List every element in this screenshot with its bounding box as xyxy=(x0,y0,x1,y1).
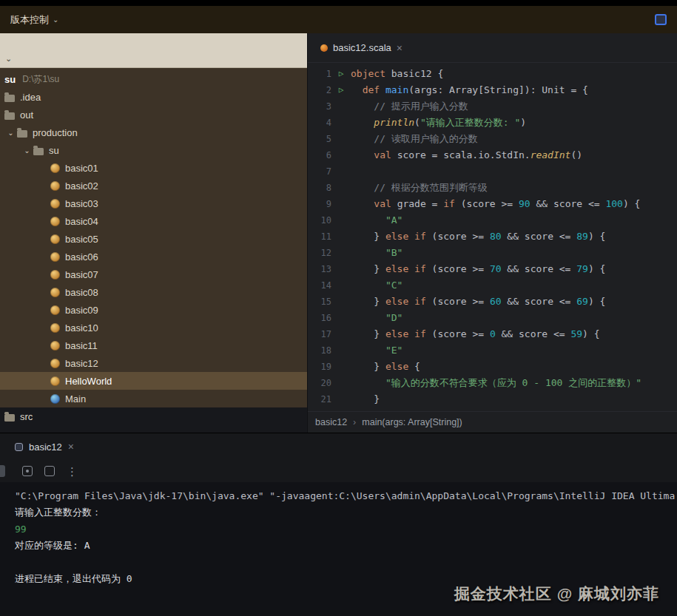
tree-item-HelloWorld[interactable]: HelloWorld xyxy=(0,372,307,390)
code-text: "D" xyxy=(351,310,403,326)
line-number: 18 xyxy=(308,342,331,359)
editor-tab-bar: basic12.scala × xyxy=(308,33,677,63)
code-line[interactable]: 18 "E" xyxy=(308,342,677,359)
tree-item-su[interactable]: ⌄su xyxy=(0,141,307,159)
code-text: } xyxy=(351,391,380,407)
scala-app-icon xyxy=(50,394,60,404)
tree-item-basic12[interactable]: basic12 xyxy=(0,354,307,372)
code-line[interactable]: 7 xyxy=(308,163,677,180)
code-text: } else { xyxy=(351,359,420,375)
line-number: 5 xyxy=(308,131,331,147)
code-text: object basic12 { xyxy=(351,66,443,82)
line-number: 1 xyxy=(308,66,331,82)
chevron-down-icon[interactable]: ⌄ xyxy=(4,129,17,137)
tool-window-stripe-icon[interactable] xyxy=(0,465,5,477)
tree-item-basic10[interactable]: basic10 xyxy=(0,319,307,336)
console-icon xyxy=(15,443,23,451)
code-line[interactable]: 6 val score = scala.io.StdIn.readInt() xyxy=(308,147,677,163)
tree-item-basic05[interactable]: basic05 xyxy=(0,230,307,248)
code-line[interactable]: 9 val grade = if (score >= 90 && score <… xyxy=(308,196,677,212)
code-text: val score = scala.io.StdIn.readInt() xyxy=(351,147,582,163)
gutter-spacer xyxy=(331,261,351,277)
gutter-spacer xyxy=(331,310,351,326)
tree-item-label: basic05 xyxy=(65,234,98,245)
tree-item-label: basic01 xyxy=(65,163,98,174)
line-number: 11 xyxy=(308,229,331,245)
tree-item-basic02[interactable]: basic02 xyxy=(0,177,307,194)
run-gutter-icon[interactable]: ▷ xyxy=(331,66,351,82)
line-number: 19 xyxy=(308,359,331,375)
breadcrumb-item[interactable]: main(args: Array[String]) xyxy=(362,417,462,427)
tree-item-basic06[interactable]: basic06 xyxy=(0,248,307,265)
tree-item-Main[interactable]: Main xyxy=(0,390,307,407)
tree-item-basic03[interactable]: basic03 xyxy=(0,194,307,212)
code-line[interactable]: 2▷ def main(args: Array[String]): Unit =… xyxy=(308,82,677,98)
tree-item-basic04[interactable]: basic04 xyxy=(0,212,307,230)
tree-item-basic09[interactable]: basic09 xyxy=(0,301,307,319)
scala-object-icon xyxy=(50,252,60,262)
editor-tab-basic12[interactable]: basic12.scala × xyxy=(311,33,411,62)
run-tab-basic12[interactable]: basic12 × xyxy=(15,441,74,453)
tree-item-production[interactable]: ⌄production xyxy=(0,123,307,141)
scala-object-icon xyxy=(50,323,60,333)
scala-object-icon xyxy=(50,288,60,297)
version-control-menu[interactable]: 版本控制 ⌄ xyxy=(10,13,58,27)
code-line[interactable]: 5 // 读取用户输入的分数 xyxy=(308,131,677,147)
tree-item-root[interactable]: su D:\苏1\su xyxy=(0,70,307,88)
code-line[interactable]: 8 // 根据分数范围判断等级 xyxy=(308,180,677,196)
tree-item-basic08[interactable]: basic08 xyxy=(0,283,307,301)
breadcrumb-item[interactable]: basic12 xyxy=(315,417,347,427)
code-line[interactable]: 3 // 提示用户输入分数 xyxy=(308,98,677,115)
folder-icon xyxy=(4,112,15,120)
code-line[interactable]: 19 } else { xyxy=(308,359,677,375)
tree-item-basic07[interactable]: basic07 xyxy=(0,265,307,283)
tree-item-basic11[interactable]: basic11 xyxy=(0,336,307,354)
run-gutter-icon[interactable]: ▷ xyxy=(331,82,351,98)
chevron-down-icon[interactable]: ⌄ xyxy=(21,146,33,155)
folder-icon xyxy=(4,414,15,422)
code-line[interactable]: 14 "C" xyxy=(308,277,677,294)
restore-layout-icon[interactable] xyxy=(44,466,55,476)
tree-item-src[interactable]: src xyxy=(0,407,307,425)
code-text: } else if (score >= 80 && score <= 89) { xyxy=(351,229,605,245)
code-editor[interactable]: 1▷object basic12 {2▷ def main(args: Arra… xyxy=(308,63,677,411)
line-number: 8 xyxy=(308,180,331,196)
gutter-spacer xyxy=(331,115,351,131)
tree-item-label: basic10 xyxy=(65,322,98,334)
tree-item-basic01[interactable]: basic01 xyxy=(0,159,307,177)
line-number: 13 xyxy=(308,261,331,277)
code-line[interactable]: 12 "B" xyxy=(308,245,677,261)
code-line[interactable]: 4 println("请输入正整数分数: ") xyxy=(308,115,677,131)
code-line[interactable]: 17 } else if (score >= 0 && score <= 59)… xyxy=(308,326,677,342)
code-line[interactable]: 1▷object basic12 { xyxy=(308,66,677,82)
code-line[interactable]: 15 } else if (score >= 60 && score <= 69… xyxy=(308,294,677,310)
tree-item-label: out xyxy=(20,109,33,121)
tree-item-out[interactable]: out xyxy=(0,106,307,123)
more-options-icon[interactable]: ⋮ xyxy=(67,466,78,477)
camera-icon[interactable] xyxy=(22,466,33,476)
line-number: 4 xyxy=(308,115,331,131)
console-line: "C:\Program Files\Java\jdk-17\bin\java.e… xyxy=(15,488,677,504)
gutter-spacer xyxy=(331,229,351,245)
code-line[interactable]: 20 "输入的分数不符合要求（应为 0 - 100 之间的正整数）" xyxy=(308,375,677,391)
code-text: val grade = if (score >= 90 && score <= … xyxy=(351,196,640,212)
line-number: 12 xyxy=(308,245,331,261)
code-text: // 读取用户输入的分数 xyxy=(351,131,478,147)
tree-item-.idea[interactable]: .idea xyxy=(0,88,307,106)
chevron-down-icon[interactable]: ⌄ xyxy=(5,54,12,64)
scala-object-icon xyxy=(50,305,60,315)
code-line[interactable]: 10 "A" xyxy=(308,212,677,229)
code-line[interactable]: 13 } else if (score >= 70 && score <= 79… xyxy=(308,261,677,277)
project-panel-header[interactable]: ⌄ xyxy=(0,33,307,68)
gutter-spacer xyxy=(331,391,351,407)
line-number: 7 xyxy=(308,163,331,180)
code-line[interactable]: 21 } xyxy=(308,391,677,407)
console-line: 对应的等级是: A xyxy=(15,538,677,554)
code-text: // 提示用户输入分数 xyxy=(351,98,468,115)
tree-item-label: basic08 xyxy=(65,287,98,298)
close-icon[interactable]: × xyxy=(397,43,403,53)
code-line[interactable]: 16 "D" xyxy=(308,310,677,326)
restore-window-icon[interactable] xyxy=(655,14,667,25)
close-icon[interactable]: × xyxy=(68,441,74,452)
code-line[interactable]: 11 } else if (score >= 80 && score <= 89… xyxy=(308,229,677,245)
